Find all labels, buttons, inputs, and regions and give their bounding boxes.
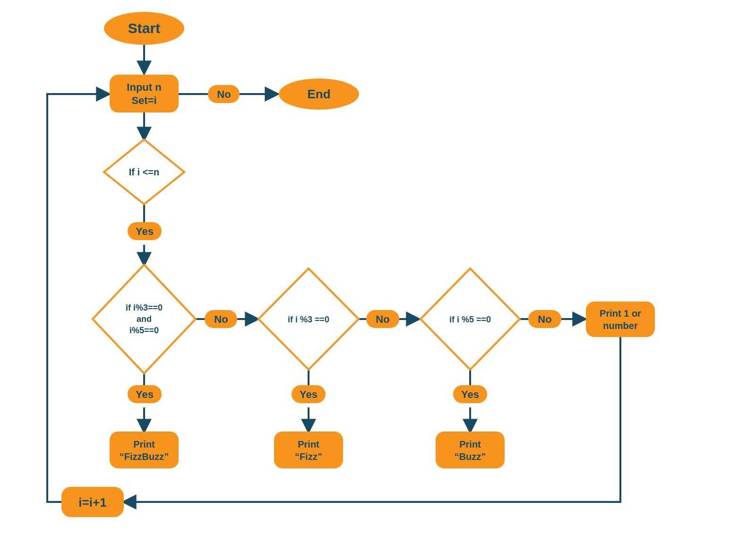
no-text-2: No xyxy=(214,313,228,325)
svg-rect-36 xyxy=(436,432,505,468)
print-fizz-l2: “Fizz” xyxy=(295,451,322,462)
print-fb-l1: Print xyxy=(133,439,155,449)
cond-fb-l3: i%5==0 xyxy=(129,326,159,335)
cond-mod5-diamond: if i %5 ==0 xyxy=(421,268,520,370)
svg-rect-34 xyxy=(110,432,179,468)
input-node: Input n Set=i xyxy=(110,75,179,112)
cond-fb-l1: if i%3==0 xyxy=(126,303,163,312)
no-label-5-num: No xyxy=(528,310,561,328)
svg-rect-19 xyxy=(110,75,179,112)
input-label-line2: Set=i xyxy=(131,95,156,106)
flowchart-canvas: Start Input n Set=i No End If i <=n Yes … xyxy=(0,0,756,553)
print-fizz-l1: Print xyxy=(298,439,319,449)
yes-text-3: Yes xyxy=(300,389,318,400)
cond-loop-label: If i <=n xyxy=(129,167,159,177)
no-text-3: No xyxy=(376,313,389,325)
cond-loop-diamond: If i <=n xyxy=(104,139,184,204)
no-text-1: No xyxy=(217,88,231,100)
end-node: End xyxy=(279,78,359,110)
print-fizzbuzz-node: Print “FizzBuzz” xyxy=(110,432,179,468)
print-buzz-l1: Print xyxy=(459,439,481,449)
no-label-input-end: No xyxy=(208,85,240,103)
svg-rect-30 xyxy=(586,302,655,337)
print-number-node: Print 1 or number xyxy=(586,302,655,337)
increment-node: i=i+1 xyxy=(61,487,124,517)
print-buzz-l2: “Buzz” xyxy=(455,451,486,462)
start-label: Start xyxy=(128,20,160,36)
yes-label-5: Yes xyxy=(453,385,487,403)
svg-rect-35 xyxy=(274,432,343,468)
no-label-fb-3: No xyxy=(205,310,237,328)
end-label: End xyxy=(307,87,330,101)
input-label-line1: Input n xyxy=(127,81,161,93)
print-num-l2: number xyxy=(603,320,638,331)
yes-label-3: Yes xyxy=(292,385,326,403)
incr-label: i=i+1 xyxy=(78,495,106,510)
cond-fizzbuzz-diamond: if i%3==0 and i%5==0 xyxy=(93,265,196,373)
cond-3-label: if i %3 ==0 xyxy=(288,315,329,324)
print-buzz-node: Print “Buzz” xyxy=(436,432,505,468)
yes-label-fb: Yes xyxy=(128,385,162,403)
yes-text-loop: Yes xyxy=(136,225,154,237)
yes-label-loop: Yes xyxy=(128,222,162,240)
cond-fb-l2: and xyxy=(137,314,152,324)
yes-text-5: Yes xyxy=(461,389,479,400)
print-fizz-node: Print “Fizz” xyxy=(274,432,343,468)
cond-mod3-diamond: if i %3 ==0 xyxy=(258,268,359,370)
print-fb-l2: “FizzBuzz” xyxy=(120,451,169,462)
start-node: Start xyxy=(104,12,184,45)
yes-text-fb: Yes xyxy=(136,389,154,400)
cond-5-label: if i %5 ==0 xyxy=(449,315,491,324)
no-label-3-5: No xyxy=(366,310,399,328)
print-num-l1: Print 1 or xyxy=(600,308,641,319)
no-text-4: No xyxy=(538,313,551,325)
